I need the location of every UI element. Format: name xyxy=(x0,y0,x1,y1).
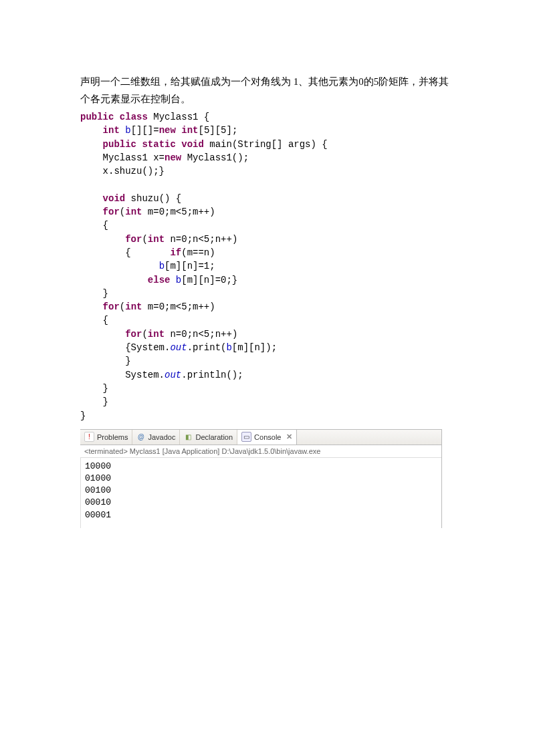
close-icon[interactable]: ✕ xyxy=(284,432,292,441)
view-tabs: ! Problems @ Javadoc ◧ Declaration ▭ Con… xyxy=(80,430,441,445)
tab-javadoc[interactable]: @ Javadoc xyxy=(132,430,180,445)
javadoc-icon: @ xyxy=(136,432,145,441)
console-output: 1000001000001000001000001 xyxy=(80,458,441,528)
console-icon: ▭ xyxy=(241,432,251,442)
tab-label: Javadoc xyxy=(148,433,175,441)
java-source-code: public class Myclass1 { int b[][]=new in… xyxy=(80,110,455,422)
problems-icon: ! xyxy=(84,432,94,442)
tab-declaration[interactable]: ◧ Declaration xyxy=(180,430,237,445)
declaration-icon: ◧ xyxy=(184,432,193,441)
tab-problems[interactable]: ! Problems xyxy=(80,430,132,445)
tab-label: Problems xyxy=(97,433,128,441)
tab-label: Console xyxy=(254,433,281,441)
eclipse-console-panel: ! Problems @ Javadoc ◧ Declaration ▭ Con… xyxy=(80,429,442,528)
problem-description: 声明一个二维数组，给其赋值成为一个对角线为 1、其他元素为0的5阶矩阵，并将其个… xyxy=(80,74,455,108)
console-status: <terminated> Myclass1 [Java Application]… xyxy=(80,445,441,458)
tab-label: Declaration xyxy=(195,433,233,441)
tab-console[interactable]: ▭ Console ✕ xyxy=(237,430,296,445)
